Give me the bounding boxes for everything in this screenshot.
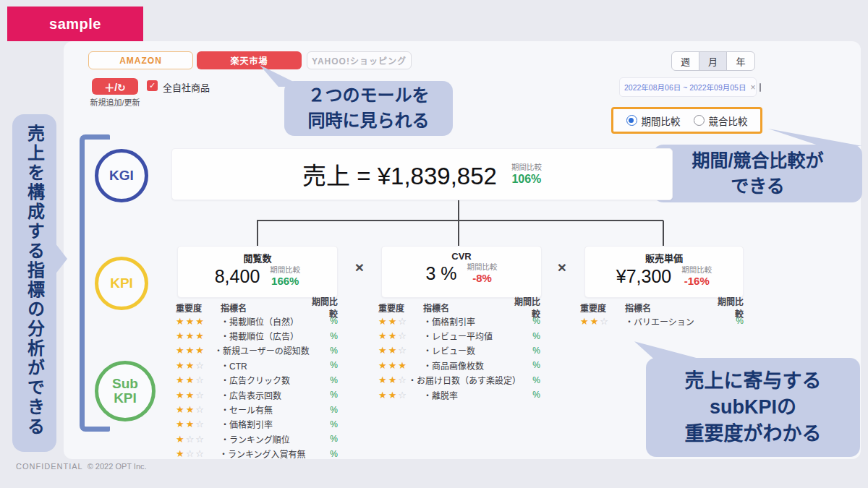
metric-name: ・商品画像枚数 (423, 359, 507, 372)
date-range-picker[interactable]: 2022年08月06日 ~ 2022年09月05日 × (619, 77, 757, 97)
star-filled-icon: ★ (186, 330, 196, 341)
star-empty-icon: ☆ (398, 390, 408, 401)
star-empty-icon: ☆ (186, 434, 196, 445)
table-rows: ★★★・掲載順位（自然）%★★★・掲載順位（広告）%★★★・新規ユーザーの認知数… (176, 314, 338, 461)
star-empty-icon: ☆ (186, 448, 196, 459)
star-filled-icon: ★ (378, 374, 388, 385)
table-header: 重要度 指標名 期間比較 (176, 301, 338, 314)
kgi-compare-label: 期間比較 (511, 163, 542, 172)
callout-subkpi: 売上に寄与する subKPIの 重要度がわかる (646, 358, 860, 457)
table-row: ★★☆・バリエーション% (580, 314, 744, 328)
star-empty-icon: ☆ (398, 316, 408, 327)
period-month-button[interactable]: 月 (699, 52, 727, 70)
period-compare-value: % (305, 360, 338, 370)
copyright-label: © 2022 OPT Inc. (88, 462, 147, 471)
importance-stars: ★★☆ (580, 316, 625, 327)
tree-connector (458, 221, 459, 246)
importance-stars: ★☆☆ (176, 434, 221, 445)
importance-stars: ★★★ (176, 330, 221, 341)
star-filled-icon: ★ (186, 345, 196, 356)
star-filled-icon: ★ (590, 316, 600, 327)
period-granularity-control: 週 月 年 (671, 51, 755, 71)
kpi-compare-value: -16% (684, 275, 710, 288)
importance-stars: ★★☆ (378, 330, 423, 341)
header-metric-name: 指標名 (221, 301, 305, 314)
kpi-compare-value: 166% (271, 275, 299, 288)
table-row: ★★★・掲載順位（広告）% (176, 328, 338, 343)
table-row: ★☆☆・ランキング順位% (176, 432, 338, 446)
table-row: ★★☆・価格割引率% (378, 314, 540, 328)
star-filled-icon: ★ (186, 404, 196, 415)
metric-name: ・離脱率 (423, 389, 507, 401)
metric-name: ・掲載順位（自然） (221, 315, 305, 328)
subkpi-table-cvr: 重要度 指標名 期間比較 ★★☆・価格割引率%★★☆・レビュー平均値%★★☆・レ… (378, 301, 540, 402)
tab-rakuten[interactable]: 楽天市場 (197, 51, 302, 69)
tab-yahoo[interactable]: YAHOO!ショッピング (307, 51, 412, 69)
star-empty-icon: ☆ (398, 374, 408, 385)
period-week-button[interactable]: 週 (672, 52, 699, 70)
tab-yahoo-label: YAHOO!ショッピング (312, 54, 407, 67)
header-importance: 重要度 (378, 301, 423, 314)
add-update-caption: 新規追加/更新 (72, 96, 158, 108)
clear-date-icon[interactable]: × (750, 82, 755, 93)
callout-compare-text: 期間/競合比較が できる (692, 148, 824, 199)
star-filled-icon: ★ (398, 360, 408, 371)
star-filled-icon: ★ (195, 330, 205, 341)
kpi-card-value: 8,400 (215, 266, 260, 287)
radio-period-compare[interactable]: 期間比較 (626, 114, 681, 128)
star-filled-icon: ★ (176, 330, 186, 341)
multiply-sign: × (552, 259, 572, 276)
table-row: ★★☆・レビュー数% (378, 343, 540, 358)
star-empty-icon: ☆ (195, 360, 205, 371)
sample-banner-label: sample (49, 16, 101, 33)
header-importance: 重要度 (580, 301, 625, 314)
importance-stars: ★☆☆ (176, 448, 219, 459)
kpi-compare: 期間比較 166% (270, 265, 300, 288)
metric-name: ・CTR (221, 359, 305, 372)
tree-connector (458, 200, 459, 221)
star-filled-icon: ★ (388, 330, 399, 341)
metric-name: ・ランキング順位 (221, 433, 305, 445)
period-compare-value: % (507, 360, 540, 370)
kpi-card-title: 閲覧数 (178, 251, 337, 265)
period-compare-value: % (305, 390, 338, 400)
radio-unselected-icon[interactable] (694, 115, 705, 126)
star-filled-icon: ★ (186, 374, 196, 385)
kpi-compare-label: 期間比較 (467, 262, 498, 272)
tab-amazon[interactable]: AMAZON (88, 51, 193, 69)
period-week-label: 週 (681, 54, 690, 68)
add-update-button[interactable]: ＋/↻ (92, 78, 138, 95)
star-filled-icon: ★ (186, 419, 196, 429)
kpi-compare-label: 期間比較 (681, 265, 712, 275)
subkpi-table-views: 重要度 指標名 期間比較 ★★★・掲載順位（自然）%★★★・掲載順位（広告）%★… (176, 301, 338, 461)
table-row: ★★☆・価格割引率% (176, 417, 338, 432)
kpi-card-title: 販売単価 (585, 251, 743, 265)
metric-name: ・ランキング入賞有無 (219, 448, 306, 460)
table-row: ★☆☆・ランキング入賞有無% (176, 447, 338, 461)
kpi-card-value: 3 % (425, 263, 456, 284)
metric-name: ・セール有無 (221, 403, 305, 416)
period-compare-value: % (305, 434, 338, 444)
star-empty-icon: ☆ (398, 345, 408, 356)
importance-stars: ★★★ (176, 345, 214, 356)
subkpi-badge-label: Sub KPI (112, 377, 138, 406)
subkpi-badge: Sub KPI (95, 361, 156, 421)
header-importance: 重要度 (176, 301, 221, 314)
period-year-button[interactable]: 年 (727, 52, 754, 70)
kpi-compare: 期間比較 -8% (467, 262, 498, 285)
kpi-badge: KPI (95, 257, 148, 310)
radio-selected-icon[interactable] (626, 115, 637, 126)
date-range-text: 2022年08月06日 ~ 2022年09月05日 (624, 82, 746, 93)
period-compare-value: % (305, 331, 338, 341)
kgi-badge: KGI (95, 149, 148, 202)
kgi-compare-value: 106% (511, 172, 541, 186)
metric-name: ・価格割引率 (423, 315, 507, 328)
kpi-card-views: 閲覧数 8,400 期間比較 166% (177, 246, 338, 298)
star-filled-icon: ★ (176, 390, 186, 401)
radio-competitor-compare[interactable]: 競合比較 (694, 114, 748, 128)
kgi-compare: 期間比較 106% (511, 163, 542, 186)
table-header: 重要度 指標名 期間比較 (378, 301, 540, 314)
all-products-checkbox[interactable]: ✓ (147, 80, 158, 91)
metric-name: ・レビュー数 (423, 344, 507, 356)
table-row: ★★☆・CTR% (176, 358, 338, 372)
